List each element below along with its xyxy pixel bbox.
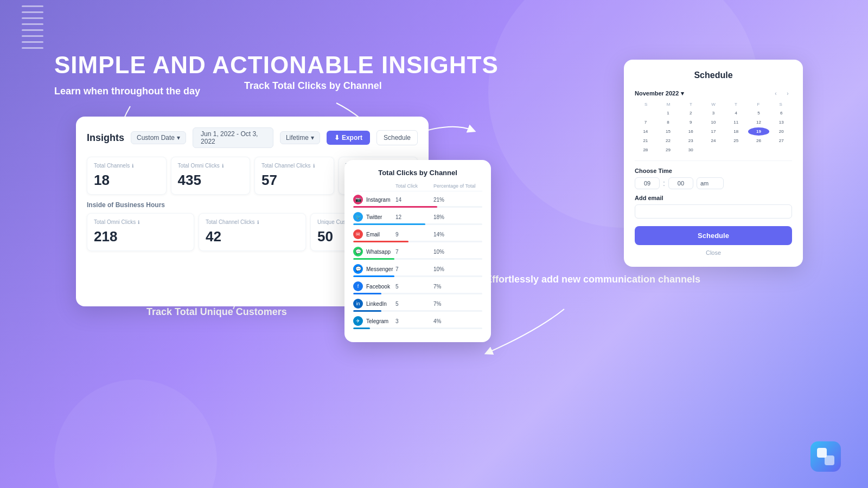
close-button[interactable]: Close xyxy=(635,249,792,256)
whatsapp-name: Whatsapp xyxy=(366,249,391,255)
schedule-main-button[interactable]: Schedule xyxy=(635,226,792,245)
whatsapp-bar xyxy=(353,258,482,260)
calendar-day-30[interactable]: 30 xyxy=(680,146,701,154)
channel-row-instagram: 📷 Instagram 14 21% xyxy=(353,195,482,208)
messenger-name: Messenger xyxy=(366,266,393,272)
metric-label-channels: Total Channels ℹ xyxy=(94,163,159,169)
info-icon: ℹ xyxy=(222,163,224,169)
whatsapp-count: 7 xyxy=(395,249,433,255)
schedule-panel: Schedule November 2022 ▾ ‹ › SMTWTFS 123… xyxy=(624,60,803,267)
calendar-day-10[interactable]: 10 xyxy=(703,118,724,126)
calendar-empty xyxy=(703,146,724,154)
calendar-grid: SMTWTFS 12345678910111213141516171819202… xyxy=(635,102,792,154)
linkedin-icon: in xyxy=(353,299,363,309)
calendar-next-btn[interactable]: › xyxy=(783,89,792,98)
lifetime-dropdown[interactable]: Lifetime ▾ xyxy=(280,131,320,144)
channel-table-title: Total Clicks by Channel xyxy=(353,169,482,177)
calendar-day-21[interactable]: 21 xyxy=(635,137,656,145)
brand-logo xyxy=(810,441,841,472)
calendar-prev-btn[interactable]: ‹ xyxy=(771,89,780,98)
calendar-day-14[interactable]: 14 xyxy=(635,127,656,136)
calendar-day-2[interactable]: 2 xyxy=(680,109,701,117)
calendar-day-4[interactable]: 4 xyxy=(725,109,747,117)
calendar-day-20[interactable]: 20 xyxy=(770,127,792,136)
calendar-day-24[interactable]: 24 xyxy=(703,137,724,145)
calendar-day-27[interactable]: 27 xyxy=(770,137,792,145)
calendar-day-3[interactable]: 3 xyxy=(703,109,724,117)
calendar-day-29[interactable]: 29 xyxy=(658,146,679,154)
calendar-day-17[interactable]: 17 xyxy=(703,127,724,136)
channel-row-facebook: f Facebook 5 7% xyxy=(353,281,482,294)
schedule-button[interactable]: Schedule xyxy=(376,130,418,145)
calendar-day-23[interactable]: 23 xyxy=(680,137,701,145)
calendar-day-5[interactable]: 5 xyxy=(748,109,770,117)
email-input[interactable] xyxy=(635,204,792,219)
calendar-days-header: SMTWTFS xyxy=(635,102,792,107)
calendar-day-8[interactable]: 8 xyxy=(658,118,679,126)
divider xyxy=(635,160,792,161)
channel-row-messenger: 💬 Messenger 7 10% xyxy=(353,264,482,277)
calendar-day-26[interactable]: 26 xyxy=(748,137,770,145)
calendar-day-22[interactable]: 22 xyxy=(658,137,679,145)
calendar-day-25[interactable]: 25 xyxy=(725,137,747,145)
date-range-field[interactable]: Jun 1, 2022 - Oct 3, 2022 xyxy=(193,127,273,148)
linkedin-name: LinkedIn xyxy=(366,301,387,307)
biz-card-omni-clicks: Total Omni Clicks ℹ 218 xyxy=(87,213,194,251)
svg-rect-1 xyxy=(825,455,834,465)
channel-row-twitter: 🐦 Twitter 12 18% xyxy=(353,212,482,225)
chevron-icon: ▾ xyxy=(177,134,180,142)
time-min-input[interactable] xyxy=(668,177,693,189)
telegram-bar xyxy=(353,328,482,329)
calendar-day-19[interactable]: 19 xyxy=(748,127,770,136)
linkedin-count: 5 xyxy=(395,301,433,307)
instagram-bar xyxy=(353,206,482,208)
biz-label-omni: Total Omni Clicks ℹ xyxy=(94,219,187,225)
calendar-day-1[interactable]: 1 xyxy=(658,109,679,117)
calendar-day-18[interactable]: 18 xyxy=(725,127,747,136)
telegram-count: 3 xyxy=(395,318,433,324)
metric-card-channels: Total Channels ℹ 18 xyxy=(87,157,167,195)
custom-date-dropdown[interactable]: Custom Date ▾ xyxy=(131,131,186,144)
channel-table: Total Clicks by Channel Total Click Perc… xyxy=(344,160,491,342)
biz-label-channel: Total Channel Clicks ℹ xyxy=(206,219,299,225)
calendar-day-28[interactable]: 28 xyxy=(635,146,656,154)
metric-card-omni-clicks: Total Omni Clicks ℹ 435 xyxy=(171,157,251,195)
calendar-day-11[interactable]: 11 xyxy=(725,118,747,126)
calendar-day-9[interactable]: 9 xyxy=(680,118,701,126)
telegram-pct: 4% xyxy=(433,318,482,324)
add-email-label: Add email xyxy=(635,195,792,201)
time-hour-input[interactable] xyxy=(635,177,660,189)
twitter-bar xyxy=(353,223,482,225)
instagram-pct: 21% xyxy=(433,197,482,203)
whatsapp-icon: 💬 xyxy=(353,247,363,256)
info-icon: ℹ xyxy=(257,220,259,225)
export-button[interactable]: ⬇ Export xyxy=(327,131,370,145)
time-ampm-input[interactable] xyxy=(697,177,724,189)
messenger-count: 7 xyxy=(395,266,433,272)
calendar-day-13[interactable]: 13 xyxy=(770,118,792,126)
biz-value-channel: 42 xyxy=(206,228,299,245)
email-count: 9 xyxy=(395,232,433,237)
deco-blob2 xyxy=(54,380,217,488)
download-icon: ⬇ xyxy=(334,134,340,142)
schedule-title: Schedule xyxy=(635,70,792,80)
metric-card-channel-clicks: Total Channel Clicks ℹ 57 xyxy=(254,157,334,195)
annotation-track-clicks: Track Total Clicks by Channel xyxy=(244,80,382,92)
metric-label-channel-clicks: Total Channel Clicks ℹ xyxy=(261,163,327,169)
facebook-bar xyxy=(353,293,482,294)
messenger-icon: 💬 xyxy=(353,264,363,274)
twitter-icon: 🐦 xyxy=(353,212,363,222)
twitter-pct: 18% xyxy=(433,214,482,220)
calendar-day-7[interactable]: 7 xyxy=(635,118,656,126)
whatsapp-pct: 10% xyxy=(433,249,482,255)
calendar-day-15[interactable]: 15 xyxy=(658,127,679,136)
metric-value-channels: 18 xyxy=(94,172,159,189)
calendar-day-6[interactable]: 6 xyxy=(770,109,792,117)
info-icon: ℹ xyxy=(313,163,315,169)
email-name: Email xyxy=(366,232,380,237)
telegram-icon: ✈ xyxy=(353,316,363,326)
chevron-down-icon: ▾ xyxy=(681,90,684,97)
channel-row-whatsapp: 💬 Whatsapp 7 10% xyxy=(353,247,482,260)
calendar-day-16[interactable]: 16 xyxy=(680,127,701,136)
calendar-day-12[interactable]: 12 xyxy=(748,118,770,126)
